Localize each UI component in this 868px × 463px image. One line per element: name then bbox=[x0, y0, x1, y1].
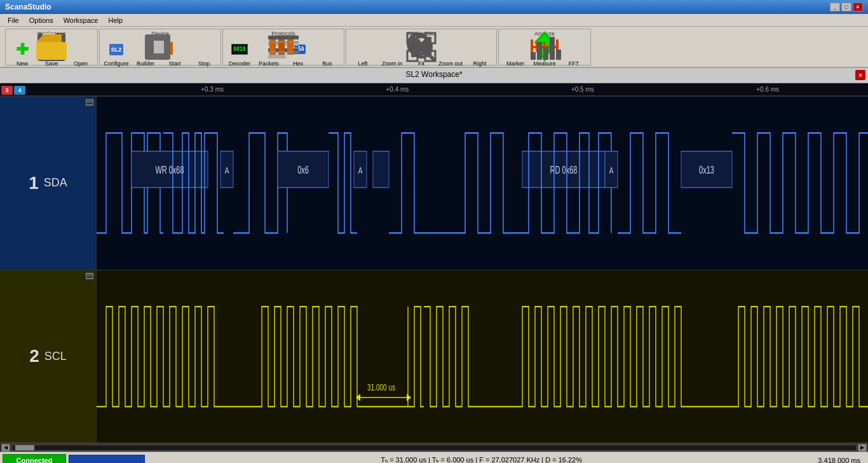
status-progress-bar bbox=[69, 455, 145, 464]
menu-file[interactable]: File bbox=[3, 15, 24, 25]
titlebar: ScanaStudio _ □ × bbox=[0, 0, 868, 14]
protocols-buttons: 0010 Decoder Packets 0x5A Hex B bbox=[226, 38, 341, 68]
svg-text:A: A bbox=[358, 166, 363, 176]
time-label-2: +0.4 ms bbox=[386, 86, 409, 93]
svg-rect-59 bbox=[373, 151, 389, 188]
ch1-minimize[interactable]: — bbox=[86, 99, 93, 106]
ch2-name: SCL bbox=[44, 350, 67, 363]
ch-indicator-1: 3 bbox=[1, 86, 13, 95]
analyze-buttons: Marker Measure FFT bbox=[501, 38, 588, 68]
svg-marker-36 bbox=[414, 37, 429, 57]
sda-waveform: WR 0x68 A 0x6 A bbox=[97, 97, 868, 270]
open-icon bbox=[71, 39, 91, 60]
svg-text:A: A bbox=[225, 166, 229, 176]
statusbar: Connected Tₕ = 31.000 us | Tₕ = 6.000 us… bbox=[0, 452, 868, 463]
ch2-header: — 2 SCL bbox=[0, 270, 97, 443]
svg-rect-48 bbox=[543, 47, 548, 60]
scroll-thumb[interactable] bbox=[15, 445, 34, 450]
menu-help[interactable]: Help bbox=[103, 15, 128, 25]
svg-rect-49 bbox=[550, 37, 555, 60]
toolbar-group-device: Device SL2 Configure Builder Start bbox=[99, 29, 221, 66]
ch1-data: WR 0x68 A 0x6 A bbox=[97, 97, 868, 270]
toolbar-group-analyze: Analyze Marker Measure FFT bbox=[498, 29, 591, 66]
ch2-data: 31.000 us bbox=[97, 270, 868, 443]
menubar: File Options Workspace Help bbox=[0, 14, 868, 27]
svg-rect-47 bbox=[537, 42, 542, 60]
stop-button[interactable]: Stop bbox=[190, 38, 218, 68]
svg-rect-50 bbox=[556, 50, 561, 60]
scroll-right-button[interactable]: ▶ bbox=[858, 444, 867, 452]
titlebar-controls: _ □ × bbox=[830, 3, 863, 11]
svg-marker-4 bbox=[36, 34, 62, 42]
scroll-area: ◀ ▶ bbox=[0, 443, 868, 452]
svg-rect-5 bbox=[36, 42, 67, 60]
toolbar-group-protocols: Protocols 0010 Decoder Packets 0x5A Hex bbox=[222, 29, 344, 66]
bus-button[interactable]: Bus bbox=[313, 38, 341, 68]
toolbar-group-workspace: Workspace ✚ New Save Open bbox=[5, 29, 98, 66]
svg-text:0x6: 0x6 bbox=[297, 165, 309, 176]
device-buttons: SL2 Configure Builder Start St bbox=[102, 38, 218, 68]
time-ruler: +0.3 ms +0.4 ms +0.5 ms +0.6 ms bbox=[97, 83, 868, 96]
minimize-btn[interactable]: _ bbox=[830, 3, 840, 11]
svg-text:0x13: 0x13 bbox=[699, 165, 714, 176]
maximize-btn[interactable]: □ bbox=[841, 3, 851, 11]
ch1-name: SDA bbox=[44, 176, 67, 190]
workspace-title-text: SL2 Workspace* bbox=[405, 70, 462, 79]
svg-text:WR 0x68: WR 0x68 bbox=[155, 165, 184, 176]
close-btn[interactable]: × bbox=[853, 3, 863, 11]
channel-row-sda: — 1 SDA WR 0x68 A bbox=[0, 96, 868, 270]
workspace-title-bar: SL2 Workspace* ✕ bbox=[0, 68, 868, 83]
navigation-buttons: Left Zoom in Fit Zoom out bbox=[349, 38, 494, 68]
toolbar-group-navigation: Navigation Left Zoom in Fit bbox=[346, 29, 497, 66]
toolbar: Workspace ✚ New Save Open Device bbox=[0, 27, 868, 68]
svg-text:31.000 us: 31.000 us bbox=[367, 382, 395, 392]
ch-indicator-2: 4 bbox=[14, 86, 25, 95]
right-icon bbox=[470, 39, 490, 60]
status-time: 3.418 000 ms bbox=[818, 457, 860, 464]
svg-rect-12 bbox=[154, 41, 164, 53]
svg-text:A: A bbox=[609, 166, 614, 176]
fft-button[interactable]: FFT bbox=[560, 38, 588, 68]
app-title: ScanaStudio bbox=[5, 3, 51, 11]
ch2-minimize[interactable]: — bbox=[86, 273, 93, 279]
scroll-track[interactable] bbox=[11, 445, 857, 451]
ch1-header: — 1 SDA bbox=[0, 97, 97, 270]
status-info: Tₕ = 31.000 us | Tₕ = 6.000 us | F = 27.… bbox=[147, 456, 815, 463]
bus-icon bbox=[317, 39, 337, 60]
time-label-4: +0.6 ms bbox=[756, 86, 779, 93]
ch2-number: 2 bbox=[29, 346, 39, 366]
right-button[interactable]: Right bbox=[466, 38, 494, 68]
channel-indicators: 3 4 bbox=[1, 86, 25, 95]
menu-options[interactable]: Options bbox=[24, 15, 58, 25]
svg-rect-46 bbox=[531, 52, 536, 60]
workspace-buttons: ✚ New Save Open bbox=[8, 38, 95, 68]
close-workspace-button[interactable]: ✕ bbox=[855, 70, 865, 80]
scl-waveform: 31.000 us bbox=[97, 270, 868, 443]
time-label-1: +0.3 ms bbox=[201, 86, 224, 93]
svg-rect-37 bbox=[428, 37, 431, 57]
fft-icon bbox=[564, 39, 584, 60]
svg-marker-67 bbox=[356, 394, 360, 401]
scope-area: 3 4 +0.3 ms +0.4 ms +0.5 ms +0.6 ms — 1 … bbox=[0, 83, 868, 443]
connected-button[interactable]: Connected bbox=[3, 454, 66, 464]
stop-icon bbox=[194, 39, 214, 60]
open-button[interactable]: Open bbox=[67, 38, 95, 68]
time-label-3: +0.5 ms bbox=[571, 86, 594, 93]
menu-workspace[interactable]: Workspace bbox=[58, 15, 104, 25]
scroll-left-button[interactable]: ◀ bbox=[1, 444, 10, 452]
scope-main: 3 4 +0.3 ms +0.4 ms +0.5 ms +0.6 ms — 1 … bbox=[0, 83, 868, 443]
channel-row-scl: — 2 SCL 31.000 us bbox=[0, 270, 868, 443]
ch1-number: 1 bbox=[29, 173, 39, 193]
svg-marker-68 bbox=[407, 394, 411, 401]
